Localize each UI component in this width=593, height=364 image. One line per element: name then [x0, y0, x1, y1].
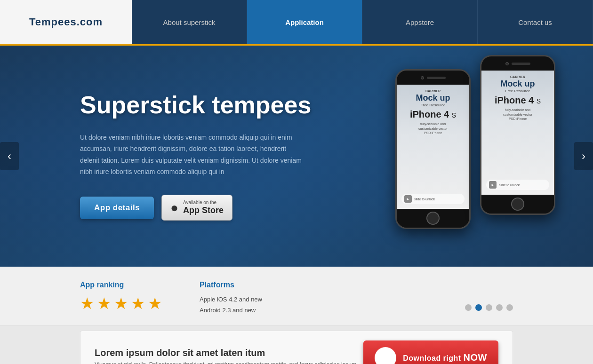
dot-1[interactable] [465, 304, 472, 311]
logo-text: Tempees.com [29, 16, 103, 28]
slide-text-2: slide to unlock [499, 183, 520, 187]
hero-title: Superstick tempees [80, 92, 311, 119]
carousel-next-button[interactable]: › [574, 142, 593, 170]
phone-mockup-1: CARRIER Mock up Free Resource iPhone 4 S… [395, 69, 471, 229]
download-btn-now: NOW [464, 352, 487, 363]
phone-speaker-2 [512, 63, 530, 65]
appstore-big-text: App Store [183, 206, 224, 216]
phone-mockup-title-1: Mock up [416, 94, 450, 103]
nav-item-appstore[interactable]: Appstore [362, 0, 478, 44]
slide-arrow-2: ► [489, 181, 497, 189]
appstore-button[interactable]: ● Available on the App Store [161, 195, 232, 221]
phone-screen-1: CARRIER Mock up Free Resource iPhone 4 S… [397, 85, 469, 209]
app-ranking-block: App ranking ★ ★ ★ ★ ★ [80, 281, 162, 313]
hero-content: Superstick tempees Ut dolore veniam nibh… [0, 92, 311, 221]
dot-4[interactable] [496, 304, 503, 311]
stars-container: ★ ★ ★ ★ ★ [80, 294, 162, 313]
logo[interactable]: Tempees.com [0, 0, 132, 44]
star-2: ★ [97, 294, 111, 313]
slide-arrow-1: ► [404, 195, 412, 203]
dot-3[interactable] [486, 304, 492, 311]
nav-item-contact[interactable]: Contact us [478, 0, 593, 44]
star-4: ★ [131, 294, 145, 313]
download-title: Lorem ipsum dolor sit amet laten itum [95, 348, 358, 358]
dot-5[interactable] [506, 304, 513, 311]
appstore-icon: ● [170, 200, 178, 215]
home-button-2 [511, 198, 524, 211]
slide-text-1: slide to unlock [414, 198, 435, 201]
phone-bottom-1 [397, 209, 469, 228]
phone-free-resource-2: Free Resource [505, 89, 530, 93]
phone-bottom-2 [481, 195, 554, 214]
phone-carrier-1: CARRIER [425, 89, 441, 93]
phone-camera-2 [505, 62, 509, 65]
phone-camera-1 [421, 76, 424, 79]
app-ranking-label: App ranking [80, 281, 162, 289]
phone-desc-2: fully-scalable andcustomizable vectorPSD… [503, 108, 532, 121]
carousel-prev-button[interactable]: ‹ [0, 142, 19, 170]
hero-buttons: App details ● Available on the App Store [80, 195, 311, 221]
appstore-small-text: Available on the [183, 200, 224, 206]
nav-item-about[interactable]: About superstick [132, 0, 247, 44]
download-button[interactable]: ⬇ Download right NOW [363, 340, 498, 364]
download-icon-wrapper: ⬇ [375, 347, 396, 364]
platforms-text: Apple iOS 4.2 and new Android 2.3 and ne… [200, 294, 262, 316]
download-text-block: Lorem ipsum dolor sit amet laten itum Vi… [95, 348, 358, 364]
phone-mockup-2: CARRIER Mock up Free Resource iPhone 4 S… [480, 55, 555, 215]
phone-speaker-1 [427, 77, 446, 79]
platform-ios: Apple iOS 4.2 and new [200, 294, 262, 305]
phone-desc-1: fully-scalable andcustomizable vectorPSD… [418, 122, 448, 135]
hero-description: Ut dolore veniam nibh iriure lobortis ve… [80, 132, 306, 178]
platforms-block: Platforms Apple iOS 4.2 and new Android … [200, 281, 262, 316]
home-button-1 [426, 212, 440, 225]
platforms-label: Platforms [200, 281, 262, 289]
platform-android: Android 2.3 and new [200, 305, 262, 316]
phone-mockups: CARRIER Mock up Free Resource iPhone 4 S… [395, 55, 555, 229]
download-section: Lorem ipsum dolor sit amet laten itum Vi… [80, 331, 513, 364]
phone-top-bar-1 [397, 71, 469, 85]
download-description: Vivamus et nisl nulla. Pellentesque tinc… [95, 361, 358, 364]
star-3: ★ [114, 294, 128, 313]
phone-model-2: iPhone 4 S [495, 95, 541, 106]
star-5: ★ [148, 294, 162, 313]
download-btn-text: Download right NOW [403, 352, 487, 363]
info-section: App ranking ★ ★ ★ ★ ★ Platforms Apple iO… [0, 267, 593, 326]
phone-carrier-2: CARRIER [510, 75, 525, 79]
navbar: Tempees.com About superstick Application… [0, 0, 593, 46]
phone-slide-1: ► slide to unlock [401, 194, 465, 204]
carousel-dots [465, 304, 513, 311]
phone-mockup-title-2: Mock up [500, 79, 535, 89]
phone-free-resource-1: Free Resource [421, 103, 446, 107]
download-icon: ⬇ [381, 351, 390, 364]
nav-item-application[interactable]: Application [247, 0, 362, 44]
phone-screen-2: CARRIER Mock up Free Resource iPhone 4 S… [481, 71, 554, 195]
star-1: ★ [80, 294, 94, 313]
phone-top-bar-2 [481, 56, 554, 71]
download-btn-pre: Download right [403, 354, 463, 362]
nav-links: About superstick Application Appstore Co… [132, 0, 593, 44]
app-details-button[interactable]: App details [80, 197, 154, 219]
phone-model-1: iPhone 4 S [410, 109, 456, 120]
dot-2[interactable] [475, 304, 482, 311]
phone-slide-2: ► slide to unlock [486, 180, 549, 190]
hero-section: ‹ › Superstick tempees Ut dolore veniam … [0, 46, 593, 267]
